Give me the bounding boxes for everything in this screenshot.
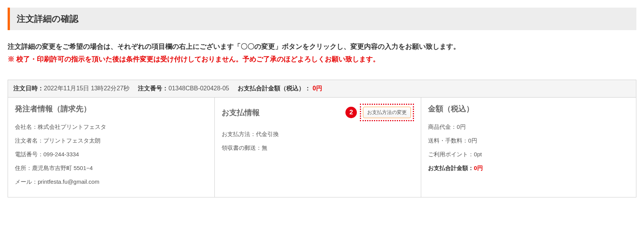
instruction-text: 注文詳細の変更をご希望の場合は、それぞれの項目欄の右上にございます「〇〇の変更」… (8, 42, 636, 52)
payment-title: お支払情報 (222, 107, 260, 118)
order-total-value: 0円 (313, 85, 322, 91)
order-datetime-value: 2022年11月15日 13時22分27秒 (44, 85, 129, 91)
amount-title: 金額（税込） (428, 104, 629, 114)
dotted-highlight: お支払方法の変更 (360, 104, 414, 121)
orderer-title: 発注者情報（請求先） (15, 104, 208, 114)
order-datetime-label: 注文日時： (13, 85, 44, 91)
amount-total-label: お支払合計金額： (428, 165, 474, 171)
orderer-email: メール：printfesta.fu@gmail.com (15, 177, 208, 186)
orderer-phone: 電話番号：099-244-3334 (15, 150, 208, 159)
order-header: 注文日時：2022年11月15日 13時22分27秒 注文番号：01348CBB… (8, 80, 636, 98)
payment-head: お支払情報 2 お支払方法の変更 (222, 104, 414, 121)
receipt-mailing: 領収書の郵送：無 (222, 143, 414, 152)
order-box: 注文日時：2022年11月15日 13時22分27秒 注文番号：01348CBB… (8, 80, 636, 197)
amount-total-value: 0円 (474, 165, 483, 171)
order-no-label: 注文番号： (138, 85, 168, 91)
order-total-label: お支払合計金額（税込）： (238, 85, 311, 91)
page-title: 注文詳細の確認 (17, 13, 630, 25)
amount-product: 商品代金：0円 (428, 122, 629, 132)
amount-column: 金額（税込） 商品代金：0円 送料・手数料：0円 ご利用ポイント：0pt お支払… (421, 98, 636, 197)
warning-text: ※ 校了・印刷許可の指示を頂いた後は条件変更は受け付けしておりません。予めご了承… (8, 54, 636, 64)
orderer-address: 住所：鹿児島市吉野町 5501−4 (15, 164, 208, 173)
orderer-column: 発注者情報（請求先） 会社名：株式会社プリントフェスタ 注文者名：プリントフェス… (8, 98, 215, 197)
amount-shipping: 送料・手数料：0円 (428, 136, 629, 145)
payment-column: お支払情報 2 お支払方法の変更 お支払方法：代金引換 領収書の郵送：無 (215, 98, 422, 197)
order-no-value: 01348CBB-020428-05 (168, 85, 229, 91)
amount-points: ご利用ポイント：0pt (428, 150, 629, 159)
payment-change-group: 2 お支払方法の変更 (345, 104, 414, 121)
change-payment-button[interactable]: お支払方法の変更 (363, 107, 411, 118)
payment-method: お支払方法：代金引換 (222, 130, 414, 139)
orderer-company: 会社名：株式会社プリントフェスタ (15, 122, 208, 132)
page-title-bar: 注文詳細の確認 (8, 8, 636, 30)
order-columns: 発注者情報（請求先） 会社名：株式会社プリントフェスタ 注文者名：プリントフェス… (8, 98, 636, 197)
amount-total: お支払合計金額：0円 (428, 164, 629, 173)
orderer-name: 注文者名：プリントフェスタ太朗 (15, 136, 208, 145)
step-badge-2: 2 (345, 107, 357, 118)
